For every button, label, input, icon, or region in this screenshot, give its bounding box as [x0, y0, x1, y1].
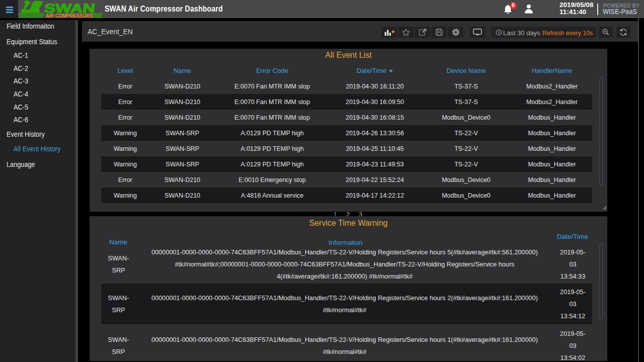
svg-text:AIR COMPRESSORS: AIR COMPRESSORS [45, 13, 93, 18]
